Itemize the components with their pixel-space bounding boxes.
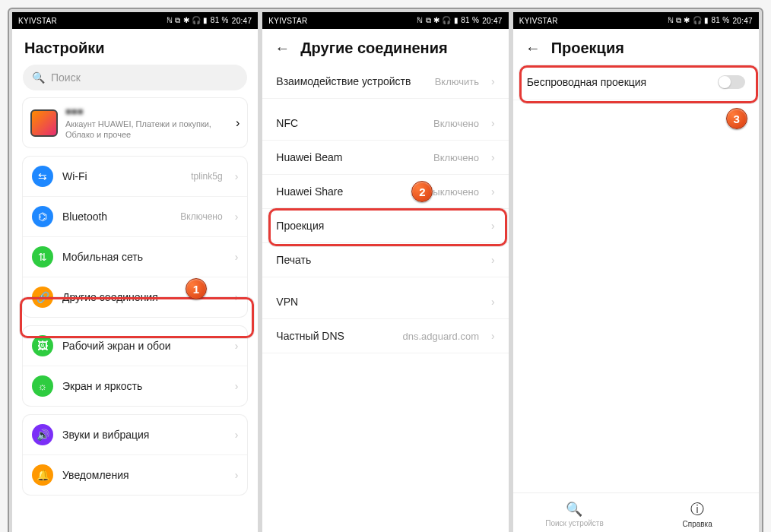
search-icon: 🔍 — [566, 501, 582, 518]
tab-help[interactable]: ⓘ Справка — [636, 493, 759, 532]
row-label: VPN — [276, 296, 479, 308]
row-value: Включено — [433, 152, 479, 163]
row-mobile-network[interactable]: ⇅ Мобильная сеть › — [23, 237, 247, 277]
search-placeholder: Поиск — [51, 71, 81, 84]
row-bluetooth[interactable]: ⌬ Bluetooth Включено › — [23, 197, 247, 237]
row-projection[interactable]: Проекция › — [262, 209, 508, 243]
row-value: tplink5g — [191, 171, 222, 182]
row-wifi[interactable]: ⇆ Wi-Fi tplink5g › — [23, 157, 247, 197]
row-wallpaper[interactable]: 🖼 Рабочий экран и обои › — [23, 326, 247, 366]
bluetooth-icon: ⌬ — [32, 206, 53, 227]
row-label: Проекция — [276, 220, 479, 232]
page-header: Настройки — [12, 29, 258, 65]
settings-group-display: 🖼 Рабочий экран и обои › ☼ Экран и яркос… — [23, 326, 247, 406]
chevron-right-icon: › — [491, 254, 495, 266]
status-bar: KYIVSTAR ℕ ⧉ ✱ 🎧 ▮ 81 % 20:47 — [262, 12, 508, 29]
chevron-right-icon: › — [491, 117, 495, 129]
row-label: Мобильная сеть — [62, 251, 223, 263]
row-value: dns.adguard.com — [403, 331, 479, 342]
account-name: ■■■ — [65, 106, 228, 119]
row-huawei-share[interactable]: Huawei Share Выключено › — [262, 175, 508, 209]
chevron-right-icon: › — [236, 116, 240, 130]
status-time: 20:47 — [732, 17, 753, 25]
mobile-network-icon: ⇅ — [32, 246, 53, 268]
chevron-right-icon: › — [235, 469, 239, 481]
status-bar: KYIVSTAR ℕ ⧉ ✱ 🎧 ▮ 81 % 20:47 — [513, 12, 759, 29]
status-time: 20:47 — [482, 17, 503, 25]
row-label: NFC — [276, 117, 424, 129]
chevron-right-icon: › — [491, 330, 495, 342]
phone-screen-connections: KYIVSTAR ℕ ⧉ ✱ 🎧 ▮ 81 % 20:47 ← Другие с… — [262, 12, 508, 532]
bottom-tabs: 🔍 Поиск устройств ⓘ Справка — [513, 492, 759, 532]
row-label: Рабочий экран и обои — [62, 340, 223, 352]
row-wireless-projection[interactable]: Беспроводная проекция — [513, 65, 759, 100]
status-indicators: ℕ ⧉ ✱ 🎧 ▮ 81 % — [417, 16, 479, 25]
back-arrow-icon[interactable]: ← — [274, 40, 290, 57]
row-print[interactable]: Печать › — [262, 243, 508, 277]
wireless-projection-toggle[interactable] — [718, 75, 745, 89]
chevron-right-icon: › — [235, 340, 239, 352]
row-value: Выключено — [427, 186, 479, 198]
tab-label: Справка — [683, 520, 712, 528]
tab-search-devices[interactable]: 🔍 Поиск устройств — [513, 493, 636, 532]
row-brightness[interactable]: ☼ Экран и яркость › — [23, 366, 247, 406]
chevron-right-icon: › — [491, 220, 495, 232]
row-private-dns[interactable]: Частный DNS dns.adguard.com › — [262, 319, 508, 353]
chevron-right-icon: › — [235, 170, 239, 182]
page-header: ← Проекция — [513, 29, 759, 65]
row-huawei-beam[interactable]: Huawei Beam Включено › — [262, 141, 508, 175]
row-notifications[interactable]: 🔔 Уведомления › — [23, 455, 247, 495]
carrier-label: KYIVSTAR — [268, 17, 307, 25]
row-value: Включено — [180, 211, 222, 222]
chevron-right-icon: › — [235, 380, 239, 392]
wallpaper-icon: 🖼 — [32, 335, 53, 356]
sound-icon: 🔊 — [32, 424, 53, 445]
row-label: Huawei Beam — [276, 151, 424, 163]
step-badge-3: 3 — [726, 108, 747, 129]
page-header: ← Другие соединения — [262, 29, 508, 65]
brightness-icon: ☼ — [32, 375, 53, 397]
chevron-right-icon: › — [491, 151, 495, 163]
row-label: Экран и яркость — [62, 380, 223, 392]
settings-group-network: ⇆ Wi-Fi tplink5g › ⌬ Bluetooth Включено … — [23, 157, 247, 317]
row-label: Wi-Fi — [62, 170, 182, 182]
link-icon: 🔗 — [32, 287, 53, 308]
chevron-right-icon: › — [491, 296, 495, 308]
row-device-interaction[interactable]: Взаимодействие устройств Включить › — [262, 65, 508, 99]
search-input[interactable]: 🔍 Поиск — [23, 65, 247, 90]
chevron-right-icon: › — [235, 251, 239, 263]
chevron-right-icon: › — [235, 211, 239, 223]
status-time: 20:47 — [232, 17, 252, 25]
row-label: Взаимодействие устройств — [276, 75, 425, 87]
row-other-connections[interactable]: 🔗 Другие соединения › — [23, 277, 247, 317]
chevron-right-icon: › — [235, 291, 239, 303]
carrier-label: KYIVSTAR — [519, 17, 558, 25]
search-icon: 🔍 — [32, 71, 45, 84]
settings-group-sound: 🔊 Звуки и вибрация › 🔔 Уведомления › — [23, 415, 247, 495]
info-icon: ⓘ — [690, 500, 704, 518]
tab-label: Поиск устройств — [545, 519, 604, 527]
row-sound[interactable]: 🔊 Звуки и вибрация › — [23, 415, 247, 455]
chevron-right-icon: › — [491, 185, 495, 198]
row-label: Печать — [276, 254, 479, 266]
page-title: Другие соединения — [300, 40, 447, 57]
phone-screen-projection: KYIVSTAR ℕ ⧉ ✱ 🎧 ▮ 81 % 20:47 ← Проекция… — [513, 12, 759, 532]
back-arrow-icon[interactable]: ← — [525, 40, 541, 57]
row-label: Bluetooth — [62, 211, 171, 223]
chevron-right-icon: › — [491, 75, 495, 87]
row-label: Частный DNS — [276, 330, 393, 342]
row-label: Уведомления — [62, 469, 223, 481]
status-indicators: ℕ ⧉ ✱ 🎧 ▮ 81 % — [167, 16, 229, 25]
avatar — [30, 109, 58, 137]
row-nfc[interactable]: NFC Включено › — [262, 106, 508, 141]
page-title: Настройки — [24, 40, 105, 57]
row-value: Включить — [435, 76, 479, 87]
row-label: Huawei Share — [276, 185, 417, 198]
carrier-label: KYIVSTAR — [18, 17, 57, 25]
chevron-right-icon: › — [235, 429, 239, 441]
account-row[interactable]: ■■■ Аккаунт HUAWEI, Платежи и покупки, О… — [23, 98, 247, 147]
row-vpn[interactable]: VPN › — [262, 285, 508, 319]
phone-screen-settings: KYIVSTAR ℕ ⧉ ✱ 🎧 ▮ 81 % 20:47 Настройки … — [12, 12, 258, 532]
status-indicators: ℕ ⧉ ✱ 🎧 ▮ 81 % — [668, 16, 730, 25]
account-subtitle: Аккаунт HUAWEI, Платежи и покупки, Облак… — [65, 119, 228, 141]
